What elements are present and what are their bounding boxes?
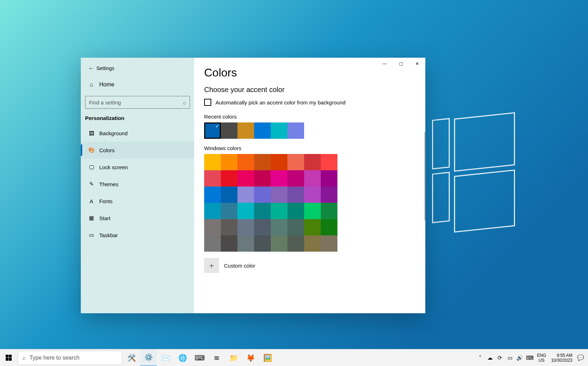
sidebar-item-taskbar[interactable]: ▭Taskbar (81, 227, 194, 244)
action-center-button[interactable]: 💬 (575, 354, 586, 361)
chevron-up-icon[interactable]: ˄ (475, 355, 485, 361)
windows-color-swatch[interactable] (237, 154, 254, 170)
recent-color-swatch[interactable] (271, 122, 287, 139)
mail-app-icon[interactable]: ✉️ (157, 349, 174, 366)
windows-color-swatch[interactable] (204, 187, 221, 203)
windows-color-swatch[interactable] (304, 219, 321, 235)
file-explorer-icon[interactable]: 📁 (225, 349, 242, 366)
onedrive-icon[interactable]: ☁ (485, 355, 495, 361)
windows-color-swatch[interactable] (287, 154, 304, 170)
windows-color-swatch[interactable] (287, 219, 304, 235)
windows-color-swatch[interactable] (321, 187, 337, 203)
windows-color-swatch[interactable] (321, 219, 337, 235)
terminal-icon[interactable]: ⌨ (191, 349, 208, 366)
taskbar-search-input[interactable]: ⌕ Type here to search (18, 351, 122, 365)
sidebar-item-label: Themes (99, 181, 118, 187)
windows-color-swatch[interactable] (254, 187, 271, 203)
windows-color-swatch[interactable] (254, 203, 271, 219)
windows-color-swatch[interactable] (221, 203, 237, 219)
volume-icon[interactable]: 🔊 (515, 355, 525, 361)
input-language-indicator[interactable]: ENG US (535, 353, 548, 363)
sidebar-item-start[interactable]: ▦Start (81, 210, 194, 227)
meet-now-icon[interactable]: ▭ (505, 355, 515, 361)
windows-color-swatch[interactable] (237, 235, 254, 252)
windows-color-swatch[interactable] (321, 154, 337, 170)
maximize-button[interactable]: ▢ (393, 58, 409, 70)
windows-color-swatch[interactable] (287, 235, 304, 252)
windows-color-swatch[interactable] (204, 219, 221, 235)
vscode-icon[interactable]: ≋ (208, 349, 225, 366)
settings-sidebar: ← Settings ⌂ Home Find a setting ⌕ Perso… (81, 58, 194, 313)
recent-color-swatch[interactable] (254, 122, 271, 139)
windows-color-swatch[interactable] (271, 219, 287, 235)
back-button[interactable]: ← (86, 65, 96, 72)
windows-color-swatch[interactable] (237, 219, 254, 235)
firefox-icon[interactable]: 🦊 (242, 349, 259, 366)
windows-color-swatch[interactable] (204, 154, 221, 170)
windows-color-swatch[interactable] (304, 154, 321, 170)
windows-color-swatch[interactable] (287, 203, 304, 219)
auto-accent-label: Automatically pick an accent color from … (215, 99, 346, 105)
close-button[interactable]: ✕ (409, 58, 425, 70)
update-icon[interactable]: ⟳ (495, 355, 505, 361)
windows-color-swatch[interactable] (287, 170, 304, 187)
windows-color-swatch[interactable] (221, 235, 237, 252)
window-title: Settings (96, 65, 114, 71)
windows-color-swatch[interactable] (204, 203, 221, 219)
windows-color-swatch[interactable] (287, 187, 304, 203)
photos-icon[interactable]: 🖼️ (259, 349, 276, 366)
windows-color-swatch[interactable] (271, 203, 287, 219)
windows-color-swatch[interactable] (271, 170, 287, 187)
sidebar-item-lock-screen[interactable]: 🖵Lock screen (81, 159, 194, 176)
clock[interactable]: 9:55 AM 10/30/2023 (548, 353, 575, 363)
windows-color-swatch[interactable] (321, 170, 337, 187)
sidebar-item-background[interactable]: 🖼Background (81, 125, 194, 142)
start-button[interactable] (0, 349, 17, 366)
windows-color-swatch[interactable] (204, 170, 221, 187)
sidebar-item-colors[interactable]: 🎨Colors (81, 142, 194, 159)
recent-color-swatch[interactable] (204, 122, 221, 139)
edge-browser-icon[interactable]: 🌐 (174, 349, 191, 366)
windows-color-swatch[interactable] (221, 154, 237, 170)
windows-color-swatch[interactable] (271, 187, 287, 203)
windows-color-swatch[interactable] (271, 235, 287, 252)
windows-color-swatch[interactable] (254, 235, 271, 252)
windows-color-swatch[interactable] (254, 154, 271, 170)
settings-search-input[interactable]: Find a setting ⌕ (85, 96, 190, 109)
sidebar-item-themes[interactable]: ✎Themes (81, 176, 194, 193)
windows-color-swatch[interactable] (237, 203, 254, 219)
windows-color-swatch[interactable] (237, 170, 254, 187)
windows-color-swatch[interactable] (237, 187, 254, 203)
windows-color-swatch[interactable] (321, 203, 337, 219)
windows-color-swatch[interactable] (304, 203, 321, 219)
home-nav-item[interactable]: ⌂ Home (81, 76, 194, 93)
fonts-icon: A (87, 198, 96, 204)
windows-color-swatch[interactable] (254, 219, 271, 235)
windows-color-swatch[interactable] (271, 154, 287, 170)
content-scrollbar[interactable] (424, 132, 425, 221)
windows-color-swatch[interactable] (304, 235, 321, 252)
recent-color-swatch[interactable] (237, 122, 254, 139)
windows-color-swatch[interactable] (221, 187, 237, 203)
recent-color-swatch[interactable] (221, 122, 237, 139)
sidebar-item-label: Taskbar (99, 232, 118, 238)
custom-color-button[interactable]: ＋ (204, 258, 219, 273)
windows-color-swatch[interactable] (304, 170, 321, 187)
windows-color-swatch[interactable] (221, 170, 237, 187)
settings-app-icon[interactable]: ⚙️ (140, 349, 157, 366)
sidebar-item-label: Colors (99, 147, 114, 153)
keyboard-icon[interactable]: ⌨ (525, 355, 535, 361)
windows-color-swatch[interactable] (304, 187, 321, 203)
tools-tray-icon[interactable]: 🛠️ (123, 349, 140, 366)
search-placeholder: Find a setting (89, 99, 183, 105)
windows-color-swatch[interactable] (254, 170, 271, 187)
search-icon: ⌕ (183, 99, 186, 105)
windows-color-swatch[interactable] (204, 235, 221, 252)
windows-color-swatch[interactable] (321, 235, 337, 252)
minimize-button[interactable]: — (376, 58, 393, 70)
auto-accent-checkbox[interactable] (204, 99, 211, 106)
sidebar-item-fonts[interactable]: AFonts (81, 193, 194, 210)
recent-color-swatch[interactable] (287, 122, 304, 139)
windows-color-swatch[interactable] (221, 219, 237, 235)
sidebar-item-label: Fonts (99, 198, 113, 204)
